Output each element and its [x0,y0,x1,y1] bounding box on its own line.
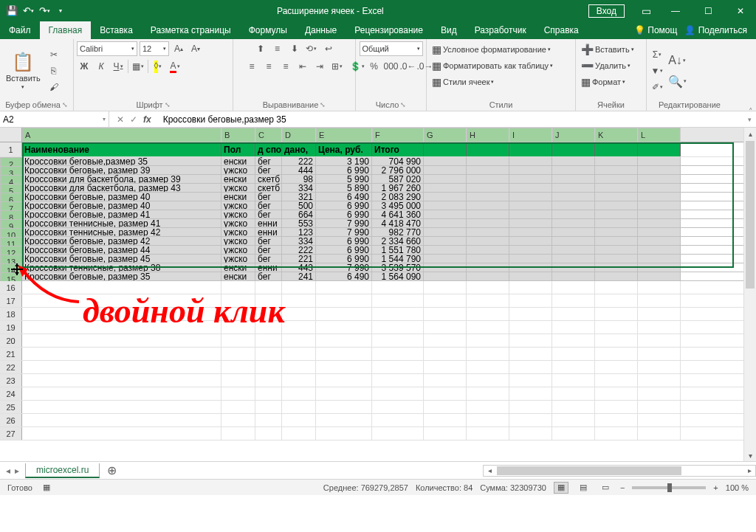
cell[interactable]: 334 [282,237,316,245]
cell[interactable] [467,142,509,156]
cell[interactable] [467,175,509,183]
cell[interactable] [22,374,221,387]
cell[interactable]: енски [221,175,255,183]
cell[interactable] [282,321,316,334]
cell[interactable]: 222 [282,246,316,254]
cell[interactable]: Итого [372,142,424,156]
cell[interactable] [638,387,681,400]
cell[interactable] [221,414,255,426]
cell[interactable] [424,414,467,426]
cell[interactable] [595,193,638,201]
cell[interactable] [638,166,681,174]
align-left-icon[interactable]: ≡ [244,59,259,74]
cell[interactable] [255,334,282,347]
cell[interactable] [595,237,638,245]
number-format-select[interactable]: Общий▾ [360,41,423,56]
cell[interactable] [424,294,467,307]
cancel-formula-icon[interactable]: ✕ [117,114,124,125]
cell[interactable] [22,294,221,307]
cell[interactable]: 1 544 790 [372,255,424,263]
cell[interactable] [316,348,372,360]
cell[interactable] [22,334,221,347]
cell[interactable] [552,321,595,334]
cut-icon[interactable]: ✂ [47,47,61,62]
cell[interactable] [638,427,681,440]
row-header[interactable]: 16 [0,281,22,294]
cell[interactable]: 6 990 [316,255,372,263]
save-icon[interactable]: 💾 [6,5,18,17]
cell[interactable]: бег [255,166,282,174]
cell[interactable]: бег [255,157,282,165]
cell[interactable] [255,321,282,334]
cell[interactable] [255,361,282,373]
bold-button[interactable]: Ж [77,59,92,74]
column-header[interactable]: A [22,128,221,142]
cell[interactable]: 5 990 [316,175,372,183]
cell[interactable]: 982 770 [372,228,424,236]
cell[interactable] [595,142,638,156]
cell[interactable]: 222 [282,157,316,165]
cell[interactable] [638,414,681,426]
cell[interactable] [316,387,372,400]
cell[interactable]: 6 990 [316,237,372,245]
cell[interactable]: Кроссовки беговые, размер 35 [22,272,221,280]
autosum-icon[interactable]: Σ▾ [650,47,664,62]
cell[interactable]: бег [255,246,282,254]
cell[interactable] [638,201,681,210]
cell[interactable] [552,228,595,236]
cell[interactable] [316,321,372,334]
cell[interactable] [22,427,221,440]
cell[interactable]: ужско [221,210,255,218]
cell[interactable] [509,210,552,218]
cell[interactable] [638,374,681,387]
cell[interactable] [595,157,638,165]
cell[interactable] [424,219,467,227]
cell[interactable] [467,414,509,426]
cell[interactable] [372,401,424,413]
cell[interactable] [424,201,467,210]
cell[interactable] [424,348,467,360]
percent-icon[interactable]: % [367,59,382,74]
row-header[interactable]: 27 [0,427,22,440]
cell[interactable]: Кроссовки беговые, размер 39 [22,166,221,174]
copy-icon[interactable]: ⎘ [47,63,61,78]
sort-filter-icon[interactable]: A↓▾ [667,51,687,70]
cell-styles-button[interactable]: ▦Стили ячеек▾ [430,74,496,89]
row-header[interactable]: 26 [0,414,22,426]
row-header[interactable]: 1 [0,142,22,156]
zoom-slider[interactable] [632,486,706,489]
cell[interactable]: 704 990 [372,157,424,165]
cell[interactable]: 7 990 [316,228,372,236]
cell[interactable] [552,427,595,440]
cell[interactable] [509,142,552,156]
cell[interactable] [221,308,255,320]
cell[interactable] [221,281,255,294]
cell[interactable]: 6 990 [316,166,372,174]
cell[interactable]: енни [255,263,282,272]
cell[interactable] [424,263,467,272]
cell[interactable] [424,175,467,183]
cell[interactable]: Кроссовки беговые,размер 35 [22,157,221,165]
number-dialog-icon[interactable]: ⤡ [400,101,406,108]
cell[interactable]: 4 641 360 [372,210,424,218]
cell[interactable] [509,294,552,307]
clear-icon[interactable]: ✐▾ [650,80,664,94]
cell[interactable] [552,184,595,192]
cell[interactable] [552,272,595,280]
cell[interactable] [424,157,467,165]
cell[interactable] [595,281,638,294]
fill-icon[interactable]: ▼▾ [650,63,664,78]
cell[interactable] [424,401,467,413]
cell[interactable] [595,255,638,263]
cell[interactable] [467,348,509,360]
cell[interactable]: 221 [282,255,316,263]
cell[interactable]: ужско [221,246,255,254]
row-header[interactable]: 18 [0,308,22,320]
cell[interactable] [595,201,638,210]
cell[interactable]: ужско [221,237,255,245]
cell[interactable] [552,401,595,413]
cell[interactable] [372,427,424,440]
cell[interactable] [509,272,552,280]
cell[interactable] [638,272,681,280]
cell[interactable] [424,237,467,245]
